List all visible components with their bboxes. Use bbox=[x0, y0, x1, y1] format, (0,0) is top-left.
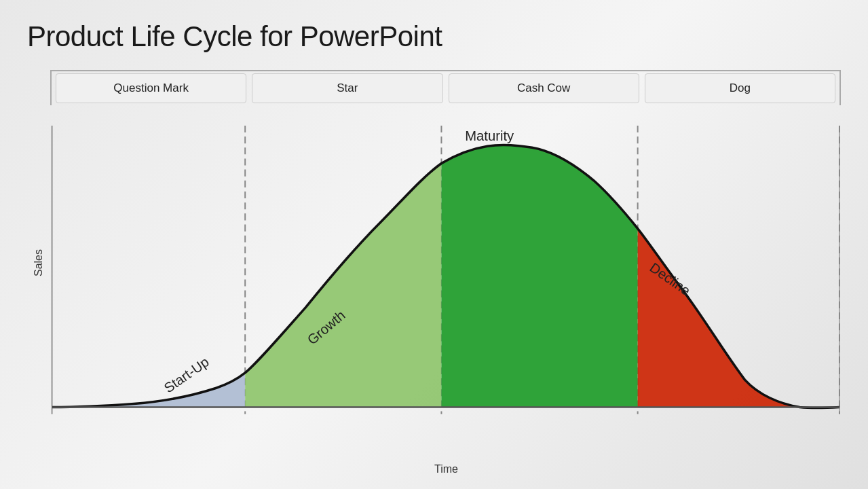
chart-area: Question Mark Star Cash Cow Dog bbox=[45, 70, 841, 475]
y-axis-label: Sales bbox=[27, 70, 45, 455]
svg-text:Start-Up: Start-Up bbox=[162, 354, 212, 395]
chart-container: Sales Question Mark Star Cash Cow Dog bbox=[27, 70, 841, 475]
svg-rect-6 bbox=[52, 126, 245, 414]
category-dog: Dog bbox=[645, 73, 835, 103]
category-star: Star bbox=[252, 73, 442, 103]
category-question-mark: Question Mark bbox=[56, 73, 246, 103]
chart-svg-wrapper: Start-Up Growth Maturity Decline bbox=[52, 107, 841, 460]
svg-text:Maturity: Maturity bbox=[465, 128, 514, 143]
category-cash-cow: Cash Cow bbox=[449, 73, 639, 103]
page-title: Product Life Cycle for PowerPoint bbox=[27, 20, 841, 53]
x-axis-label: Time bbox=[52, 463, 841, 475]
